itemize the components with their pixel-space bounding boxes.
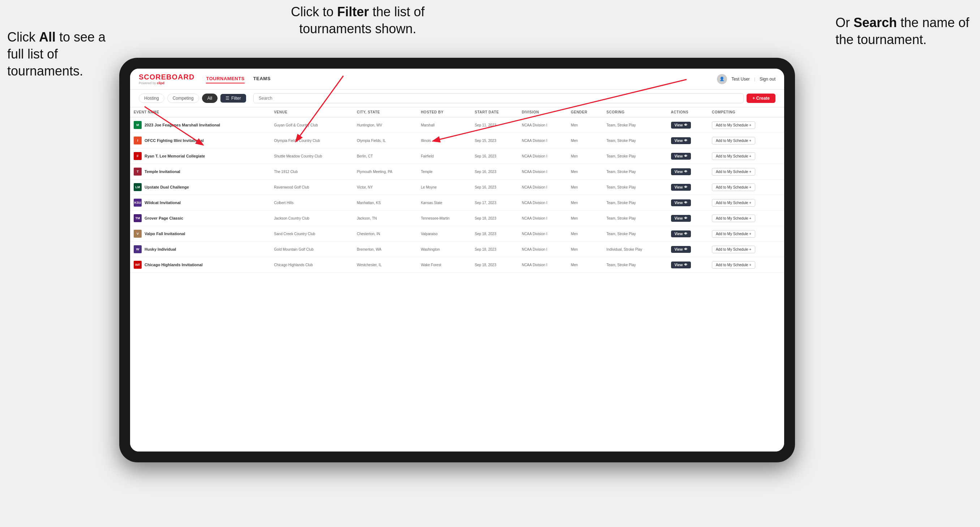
view-button[interactable]: View 👁 (671, 153, 691, 160)
event-name-text: Upstate Dual Challenge (145, 185, 189, 189)
col-start-date: START DATE (471, 107, 518, 117)
event-name-text: OFCC Fighting Illini Invitational (145, 138, 204, 143)
table-row: W Husky Individual Gold Mountain Golf Cl… (130, 242, 784, 257)
actions-cell-1: View 👁 (667, 133, 708, 148)
city-state-cell-6: Jackson, TN (353, 211, 417, 226)
start-date-cell-5: Sep 17, 2023 (471, 195, 518, 211)
hosted-by-cell-2: Fairfield (417, 148, 471, 164)
add-to-schedule-button[interactable]: Add to My Schedule + (712, 261, 755, 269)
tab-hosting[interactable]: Hosting (139, 94, 164, 103)
team-logo: LM (134, 183, 142, 191)
gender-cell-5: Men (567, 195, 603, 211)
col-city-state: CITY, STATE (353, 107, 417, 117)
app-header: SCOREBOARD Powered by clipd TOURNAMENTS … (130, 68, 784, 90)
col-gender: GENDER (567, 107, 603, 117)
nav-tab-tournaments[interactable]: TOURNAMENTS (206, 75, 244, 83)
scoring-cell-7: Team, Stroke Play (603, 226, 667, 242)
scoring-cell-0: Team, Stroke Play (603, 117, 667, 133)
tab-competing[interactable]: Competing (167, 94, 199, 103)
user-name: Test User (732, 76, 750, 82)
event-name-cell-1: I OFCC Fighting Illini Invitational (130, 133, 270, 148)
col-competing: COMPETING (708, 107, 784, 117)
add-to-schedule-button[interactable]: Add to My Schedule + (712, 230, 755, 238)
event-name-cell-3: T Temple Invitational (130, 164, 270, 179)
venue-cell-8: Gold Mountain Golf Club (270, 242, 353, 257)
add-to-schedule-button[interactable]: Add to My Schedule + (712, 137, 755, 144)
event-name-cell-7: V Valpo Fall Invitational (130, 226, 270, 242)
filter-icon: ☰ (226, 96, 229, 101)
competing-cell-5: Add to My Schedule + (708, 195, 784, 211)
nav-tab-teams[interactable]: TEAMS (253, 75, 270, 83)
view-button[interactable]: View 👁 (671, 122, 691, 129)
filter-button[interactable]: ☰ Filter (220, 94, 246, 103)
city-state-cell-0: Huntington, WV (353, 117, 417, 133)
scoring-cell-2: Team, Stroke Play (603, 148, 667, 164)
view-button[interactable]: View 👁 (671, 246, 691, 253)
hosted-by-cell-6: Tennessee-Martin (417, 211, 471, 226)
tablet-screen: SCOREBOARD Powered by clipd TOURNAMENTS … (130, 68, 784, 451)
event-name-text: Temple Invitational (145, 170, 180, 174)
table-row: LM Upstate Dual Challenge Ravenwood Golf… (130, 179, 784, 195)
event-name-text: Wildcat Invitational (145, 200, 181, 205)
competing-cell-0: Add to My Schedule + (708, 117, 784, 133)
tab-all[interactable]: All (202, 94, 218, 103)
col-scoring: SCORING (603, 107, 667, 117)
add-to-schedule-button[interactable]: Add to My Schedule + (712, 246, 755, 253)
col-actions: ACTIONS (667, 107, 708, 117)
view-button[interactable]: View 👁 (671, 137, 691, 144)
table-row: TM Grover Page Classic Jackson Country C… (130, 211, 784, 226)
logo-area: SCOREBOARD Powered by clipd (139, 73, 194, 85)
add-to-schedule-button[interactable]: Add to My Schedule + (712, 121, 755, 129)
sign-out-link[interactable]: Sign out (760, 76, 775, 82)
event-name-cell-2: F Ryan T. Lee Memorial Collegiate (130, 148, 270, 164)
table-row: KSU Wildcat Invitational Colbert HillsMa… (130, 195, 784, 211)
actions-cell-6: View 👁 (667, 211, 708, 226)
add-to-schedule-button[interactable]: Add to My Schedule + (712, 214, 755, 222)
search-input[interactable] (253, 93, 744, 103)
view-button[interactable]: View 👁 (671, 184, 691, 191)
city-state-cell-9: Westchester, IL (353, 257, 417, 273)
start-date-cell-9: Sep 18, 2023 (471, 257, 518, 273)
city-state-cell-8: Bremerton, WA (353, 242, 417, 257)
hosted-by-cell-0: Marshall (417, 117, 471, 133)
gender-cell-4: Men (567, 179, 603, 195)
division-cell-7: NCAA Division I (518, 226, 567, 242)
hosted-by-cell-3: Temple (417, 164, 471, 179)
add-to-schedule-button[interactable]: Add to My Schedule + (712, 168, 755, 176)
add-to-schedule-button[interactable]: Add to My Schedule + (712, 184, 755, 191)
start-date-cell-3: Sep 16, 2023 (471, 164, 518, 179)
add-to-schedule-button[interactable]: Add to My Schedule + (712, 152, 755, 160)
competing-cell-3: Add to My Schedule + (708, 164, 784, 179)
event-name-cell-4: LM Upstate Dual Challenge (130, 179, 270, 195)
division-cell-4: NCAA Division I (518, 179, 567, 195)
division-cell-2: NCAA Division I (518, 148, 567, 164)
actions-cell-9: View 👁 (667, 257, 708, 273)
view-button[interactable]: View 👁 (671, 262, 691, 268)
team-logo: W (134, 245, 142, 253)
view-button[interactable]: View 👁 (671, 215, 691, 222)
scoring-cell-3: Team, Stroke Play (603, 164, 667, 179)
start-date-cell-6: Sep 18, 2023 (471, 211, 518, 226)
division-cell-1: NCAA Division I (518, 133, 567, 148)
competing-cell-8: Add to My Schedule + (708, 242, 784, 257)
competing-cell-9: Add to My Schedule + (708, 257, 784, 273)
hosted-by-cell-8: Washington (417, 242, 471, 257)
division-cell-9: NCAA Division I (518, 257, 567, 273)
add-to-schedule-button[interactable]: Add to My Schedule + (712, 199, 755, 206)
header-divider: | (754, 76, 755, 82)
hosted-by-cell-5: Kansas State (417, 195, 471, 211)
tablet-device: SCOREBOARD Powered by clipd TOURNAMENTS … (119, 58, 795, 462)
view-button[interactable]: View 👁 (671, 168, 691, 175)
venue-cell-1: Olympia Fields Country Club (270, 133, 353, 148)
create-button[interactable]: + Create (746, 94, 775, 103)
venue-cell-5: Colbert Hills (270, 195, 353, 211)
view-button[interactable]: View 👁 (671, 230, 691, 237)
venue-cell-7: Sand Creek Country Club (270, 226, 353, 242)
venue-cell-0: Guyan Golf & Country Club (270, 117, 353, 133)
gender-cell-0: Men (567, 117, 603, 133)
toolbar: Hosting Competing All ☰ Filter + Create (130, 90, 784, 107)
view-button[interactable]: View 👁 (671, 199, 691, 206)
table-row: V Valpo Fall Invitational Sand Creek Cou… (130, 226, 784, 242)
filter-label: Filter (231, 96, 241, 101)
start-date-cell-0: Sep 11, 2023 (471, 117, 518, 133)
